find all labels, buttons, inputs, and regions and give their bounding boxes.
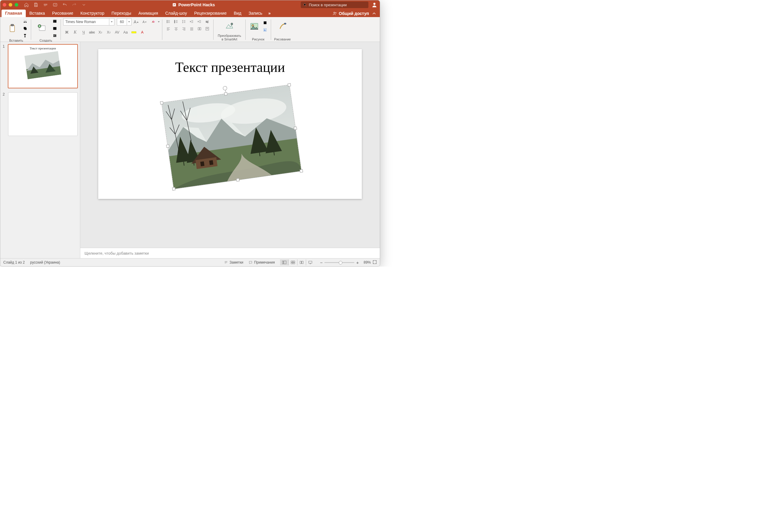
zoom-in-button[interactable]: + [356, 260, 359, 265]
print-icon[interactable] [43, 2, 48, 8]
underline-button[interactable]: Ч [80, 29, 87, 36]
font-size-input[interactable] [117, 20, 127, 24]
picture-button[interactable] [248, 18, 260, 34]
tab-animation[interactable]: Анимация [135, 10, 162, 17]
slide-thumbnail-panel[interactable]: 1 Текст презентации 2 [0, 42, 80, 258]
resize-handle-tl[interactable] [160, 101, 163, 104]
subscript-button[interactable]: X2 [105, 29, 112, 36]
paste-button[interactable] [4, 20, 21, 37]
selected-picture[interactable] [162, 85, 301, 189]
tab-home[interactable]: Главная [2, 10, 26, 17]
fullscreen-window-button[interactable] [15, 3, 18, 7]
align-left-button[interactable] [165, 25, 172, 32]
collapse-ribbon-icon[interactable] [372, 11, 377, 16]
resize-handle-bl[interactable] [172, 187, 176, 190]
thumbnail-slide-1[interactable]: 1 Текст презентации [3, 44, 78, 88]
new-slide-button[interactable] [33, 20, 50, 37]
zoom-out-button[interactable]: − [320, 260, 323, 265]
tab-insert[interactable]: Вставка [26, 10, 49, 17]
resize-handle-tr[interactable] [288, 83, 291, 87]
undo-icon[interactable] [62, 2, 67, 8]
numbering-button[interactable]: 123 [173, 18, 180, 25]
slide-title-text[interactable]: Текст презентации [98, 59, 362, 75]
drawing-button[interactable] [273, 18, 292, 34]
font-size-selector[interactable] [117, 18, 132, 25]
convert-smartart-button[interactable] [216, 18, 243, 34]
tab-record[interactable]: Запись [245, 10, 266, 17]
home-icon[interactable] [24, 2, 29, 8]
increase-indent-button[interactable] [196, 18, 203, 25]
bullets-button[interactable] [165, 18, 172, 25]
reset-slide-button[interactable] [52, 25, 58, 31]
resize-handle-b[interactable] [236, 178, 240, 182]
tab-review[interactable]: Рецензирование [190, 10, 230, 17]
tab-draw[interactable]: Рисование [49, 10, 77, 17]
font-size-dropdown[interactable] [127, 19, 131, 25]
resize-handle-r[interactable] [294, 126, 297, 130]
slide-layout-button[interactable] [52, 18, 58, 24]
notes-panel[interactable]: Щелкните, чтобы добавить заметки [80, 248, 380, 258]
highlight-button[interactable] [130, 29, 138, 36]
account-icon[interactable] [372, 2, 378, 8]
align-right-button[interactable] [180, 25, 187, 32]
cut-button[interactable] [22, 18, 28, 24]
copy-button[interactable] [22, 25, 28, 31]
tabs-overflow[interactable]: » [266, 10, 273, 17]
comments-toggle[interactable]: Примечания [249, 260, 275, 265]
view-normal-button[interactable] [280, 260, 289, 266]
section-button[interactable] [52, 33, 58, 39]
format-painter-button[interactable] [22, 33, 28, 39]
slide-canvas-area[interactable]: Текст презентации [80, 42, 380, 248]
tab-transitions[interactable]: Переходы [108, 10, 135, 17]
language-indicator[interactable]: русский (Украина) [30, 260, 60, 265]
save-icon[interactable] [33, 2, 39, 8]
tab-design[interactable]: Конструктор [77, 10, 108, 17]
zoom-percent[interactable]: 89% [361, 260, 371, 265]
thumbnail-preview[interactable]: Текст презентации [8, 44, 78, 88]
clear-formatting-button[interactable]: A [149, 19, 157, 25]
zoom-slider-thumb[interactable] [339, 261, 342, 265]
bold-button[interactable]: Ж [63, 29, 70, 36]
fit-to-window-button[interactable] [373, 260, 377, 265]
thumbnail-preview[interactable] [8, 92, 78, 136]
slide-canvas[interactable]: Текст презентации [98, 49, 362, 199]
redo-icon[interactable] [72, 2, 77, 8]
font-name-input[interactable] [63, 20, 109, 24]
text-direction-button[interactable]: Щ [204, 18, 211, 25]
line-spacing-button[interactable] [180, 18, 187, 25]
font-name-dropdown[interactable] [109, 19, 114, 25]
qat-more-icon[interactable] [81, 2, 87, 8]
decrease-font-button[interactable]: A▼ [141, 19, 148, 25]
picture-crop-button[interactable] [262, 20, 268, 26]
font-color-button[interactable]: A [139, 29, 146, 36]
increase-font-button[interactable]: A▲ [133, 19, 140, 25]
resize-handle-l[interactable] [166, 144, 170, 148]
touch-mode-icon[interactable] [53, 2, 58, 8]
view-slideshow-button[interactable] [306, 260, 314, 266]
slide-counter[interactable]: Слайд 1 из 2 [3, 260, 25, 265]
resize-handle-br[interactable] [300, 169, 303, 173]
view-reading-button[interactable] [297, 260, 306, 266]
notes-toggle[interactable]: Заметки [224, 260, 243, 265]
share-button[interactable]: Общий доступ [333, 11, 369, 16]
strike-button[interactable]: abc [88, 29, 96, 36]
align-center-button[interactable] [173, 25, 180, 32]
thumbnail-slide-2[interactable]: 2 [3, 92, 78, 136]
picture-alt-button[interactable]: A [262, 27, 268, 33]
decrease-indent-button[interactable] [188, 18, 195, 25]
align-text-button[interactable] [204, 25, 211, 32]
font-name-selector[interactable] [63, 18, 114, 25]
search-field[interactable]: Поиск в презентации [301, 2, 368, 8]
resize-handle-t[interactable] [224, 92, 227, 96]
align-justify-button[interactable] [188, 25, 195, 32]
change-case-button[interactable]: Aa [122, 29, 129, 36]
rotate-handle[interactable] [222, 86, 227, 91]
minimize-window-button[interactable] [9, 3, 12, 7]
italic-button[interactable]: К [72, 29, 79, 36]
superscript-button[interactable]: X2 [97, 29, 104, 36]
close-window-button[interactable] [3, 3, 6, 7]
columns-button[interactable] [196, 25, 203, 32]
tab-slideshow[interactable]: Слайд-шоу [162, 10, 191, 17]
zoom-slider[interactable] [324, 262, 354, 263]
view-sorter-button[interactable] [289, 260, 297, 266]
